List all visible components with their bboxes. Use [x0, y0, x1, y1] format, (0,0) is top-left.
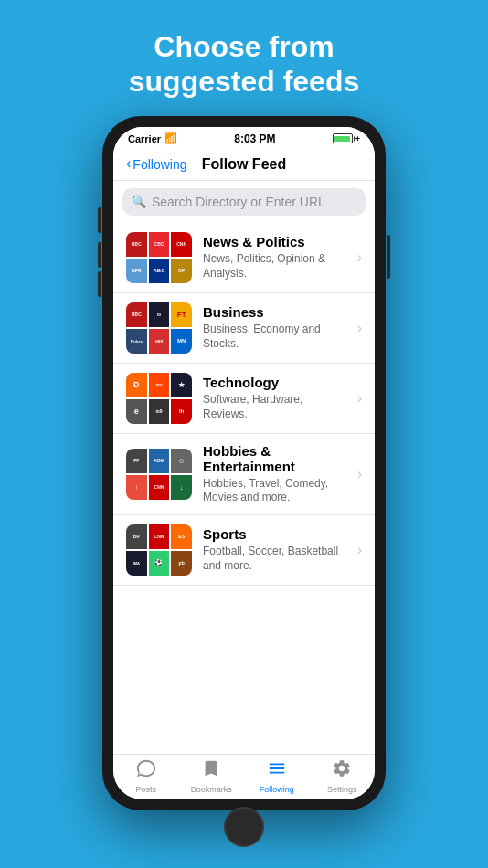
category-list: BBCCBCCNNNPRABCOPNews & PoliticsNews, Po… — [113, 223, 375, 754]
ic-npr-icon: NPR — [126, 259, 147, 283]
business-content: BusinessBusiness, Economy and Stocks. — [203, 304, 346, 351]
search-icon: 🔍 — [132, 195, 146, 208]
ic-mn-icon: MN — [171, 329, 192, 354]
list-item-technology[interactable]: Dars★eio9lhTechnologySoftware, Hardware,… — [113, 364, 375, 434]
ic-lh-icon: lh — [171, 399, 192, 424]
posts-tab-icon — [136, 758, 156, 783]
following-tab-label: Following — [260, 785, 294, 794]
ic-d-icon: D — [126, 373, 147, 397]
list-item-hobbies[interactable]: FFABM☺↑CNN↓Hobbies & EntertainmentHobbie… — [113, 434, 375, 515]
phone-shell: Carrier 📶 8:03 PM + ‹ Following Follow F… — [102, 116, 386, 810]
bookmarks-tab-icon — [201, 758, 221, 783]
ic-e-icon: e — [126, 399, 147, 424]
ic-forbes-icon: Forbes — [126, 329, 147, 354]
ic-bbc-icon: BBC — [126, 232, 147, 257]
business-description: Business, Economy and Stocks. — [203, 323, 346, 351]
hobbies-chevron-icon: › — [357, 466, 362, 482]
search-bar[interactable]: 🔍 Search Directory or Enter URL — [122, 188, 366, 216]
tab-bookmarks[interactable]: Bookmarks — [179, 758, 245, 794]
ic-face-icon: ☺ — [171, 449, 192, 473]
ic-bbcb-icon: BBC — [126, 302, 147, 327]
status-right: + — [333, 133, 360, 143]
ic-abcnews-icon: ABC — [149, 259, 170, 283]
search-placeholder: Search Directory or Enter URL — [152, 195, 325, 209]
ic-ft-icon: FT — [171, 302, 192, 327]
ic-cnnh-icon: CNN — [149, 475, 170, 500]
ic-opinion-icon: OP — [171, 259, 192, 283]
ic-cbc-icon: CBC — [149, 232, 170, 257]
home-button[interactable] — [224, 807, 264, 847]
hobbies-content: Hobbies & EntertainmentHobbies, Travel, … — [203, 443, 346, 505]
ic-cnns-icon: CNN — [149, 524, 170, 549]
following-tab-icon — [267, 758, 287, 783]
ic-io9-icon: io9 — [149, 399, 170, 424]
headline-line2: suggested feeds — [129, 64, 360, 99]
list-item-news[interactable]: BBCCBCCNNNPRABCOPNews & PoliticsNews, Po… — [113, 223, 375, 293]
page-title: Follow Feed — [190, 156, 298, 173]
sports-title: Sports — [203, 526, 346, 542]
ic-pb-icon: pb — [171, 551, 192, 576]
navigation-bar: ‹ Following Follow Feed — [113, 149, 375, 181]
sports-description: Football, Soccer, Basketball and more. — [203, 545, 346, 573]
ic-abm-icon: ABM — [149, 449, 170, 473]
business-chevron-icon: › — [357, 320, 362, 336]
list-item-business[interactable]: BBCBIFTForbesHBRMNBusinessBusiness, Econ… — [113, 293, 375, 364]
sports-icons: BRCNNESIMA⚽pb — [126, 524, 192, 576]
ic-trend-icon: ↑ — [126, 475, 147, 500]
hobbies-icons: FFABM☺↑CNN↓ — [126, 449, 192, 500]
carrier-label: Carrier — [128, 133, 161, 144]
headline: Choose from suggested feeds — [129, 29, 360, 100]
tab-settings[interactable]: Settings — [310, 758, 376, 794]
search-container: 🔍 Search Directory or Enter URL — [113, 181, 375, 223]
ic-hbr-icon: HBR — [149, 329, 170, 354]
bookmarks-tab-label: Bookmarks — [191, 785, 232, 794]
wifi-icon: 📶 — [164, 132, 177, 144]
technology-description: Software, Hardware, Reviews. — [203, 393, 346, 421]
battery-bolt: + — [355, 134, 360, 143]
tab-posts[interactable]: Posts — [113, 758, 179, 794]
technology-title: Technology — [203, 375, 346, 390]
technology-icons: Dars★eio9lh — [126, 373, 192, 424]
business-icons: BBCBIFTForbesHBRMN — [126, 302, 192, 354]
list-item-sports[interactable]: BRCNNESIMA⚽pbSportsFootball, Soccer, Bas… — [113, 515, 375, 586]
hobbies-title: Hobbies & Entertainment — [203, 443, 346, 474]
news-description: News, Politics, Opinion & Analysis. — [203, 252, 346, 281]
back-button[interactable]: ‹ Following — [126, 157, 190, 172]
tab-bar: PostsBookmarksFollowingSettings — [113, 754, 375, 799]
settings-tab-icon — [332, 758, 352, 783]
news-chevron-icon: › — [357, 249, 362, 266]
battery-icon — [333, 133, 353, 143]
home-button-area — [113, 799, 375, 851]
status-time: 8:03 PM — [234, 132, 275, 145]
status-left: Carrier 📶 — [128, 132, 177, 144]
ic-star-icon: ★ — [171, 373, 192, 397]
tab-following[interactable]: Following — [244, 758, 310, 794]
headline-line1: Choose from — [129, 29, 360, 64]
sports-chevron-icon: › — [357, 542, 362, 558]
settings-tab-label: Settings — [327, 785, 357, 794]
ic-es-icon: ES — [171, 524, 192, 549]
sports-content: SportsFootball, Soccer, Basketball and m… — [203, 526, 346, 573]
back-chevron-icon: ‹ — [126, 156, 131, 171]
posts-tab-label: Posts — [135, 785, 156, 794]
status-bar: Carrier 📶 8:03 PM + — [113, 127, 375, 149]
news-title: News & Politics — [203, 234, 346, 249]
ic-br-icon: BR — [126, 524, 147, 549]
news-icons: BBCCBCCNNNPRABCOP — [126, 232, 192, 283]
ic-dl-icon: ↓ — [171, 475, 192, 500]
technology-content: TechnologySoftware, Hardware, Reviews. — [203, 375, 346, 421]
hobbies-description: Hobbies, Travel, Comedy, Movies and more… — [203, 477, 346, 505]
back-label: Following — [133, 157, 186, 172]
technology-chevron-icon: › — [357, 390, 362, 407]
ic-cnn-icon: CNN — [171, 232, 192, 257]
phone-screen: Carrier 📶 8:03 PM + ‹ Following Follow F… — [113, 127, 375, 799]
ic-ima-icon: IMA — [126, 551, 147, 576]
ic-ff-icon: FF — [126, 449, 147, 473]
ic-ars-icon: ars — [149, 373, 170, 397]
business-title: Business — [203, 304, 346, 320]
news-content: News & PoliticsNews, Politics, Opinion &… — [203, 234, 346, 281]
ic-bi-icon: BI — [149, 302, 170, 327]
ic-soccer-icon: ⚽ — [149, 551, 170, 576]
